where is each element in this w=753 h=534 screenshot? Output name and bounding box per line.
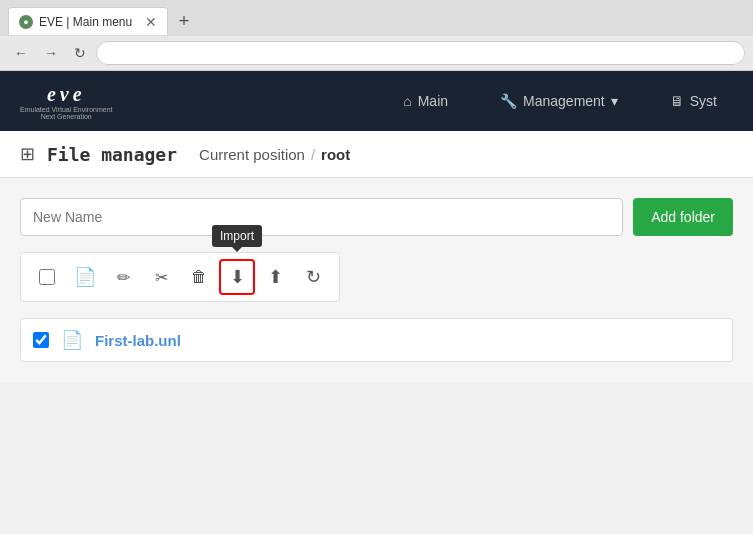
export-icon: ⬆: [268, 266, 283, 288]
new-file-button[interactable]: 📄: [67, 259, 103, 295]
app-navbar: eve Emulated Virtual Environment Next Ge…: [0, 71, 753, 131]
address-bar[interactable]: [96, 41, 745, 65]
cut-icon: ✂: [155, 268, 168, 287]
home-icon: ⌂: [403, 93, 411, 109]
wrench-icon: 🔧: [500, 93, 517, 109]
app-logo: eve Emulated Virtual Environment Next Ge…: [20, 83, 112, 120]
file-name-link[interactable]: First-lab.unl: [95, 332, 181, 349]
nav-system-link[interactable]: 🖥 Syst: [654, 85, 733, 117]
new-name-input[interactable]: [20, 198, 623, 236]
nav-system-label: Syst: [690, 93, 717, 109]
refresh-icon: ↻: [306, 266, 321, 288]
table-row: 📄 First-lab.unl: [21, 319, 732, 361]
delete-icon: 🗑: [191, 268, 207, 286]
nav-main-label: Main: [418, 93, 448, 109]
file-checkbox[interactable]: [33, 332, 49, 348]
active-tab[interactable]: ● EVE | Main menu ✕: [8, 7, 168, 35]
new-file-icon: 📄: [74, 266, 96, 288]
chevron-down-icon: ▾: [611, 93, 618, 109]
tab-title: EVE | Main menu: [39, 15, 132, 29]
select-all-checkbox-wrapper[interactable]: [29, 259, 65, 295]
content-area: Add folder 📄 ✏ ✂ 🗑 Import ⬇ ⬆ ↻: [0, 178, 753, 382]
breadcrumb-separator: /: [311, 146, 315, 163]
logo-full-text: Emulated Virtual Environment: [20, 106, 112, 113]
top-toolbar: Add folder: [20, 198, 733, 236]
browser-nav-bar: ← → ↻: [0, 36, 753, 70]
import-icon: ⬇: [230, 266, 245, 288]
tab-close-button[interactable]: ✕: [145, 14, 157, 30]
breadcrumb-label: Current position: [199, 146, 305, 163]
nav-management-label: Management: [523, 93, 605, 109]
file-manager-icon: ⊞: [20, 143, 35, 165]
new-tab-button[interactable]: +: [172, 9, 196, 33]
cut-button[interactable]: ✂: [143, 259, 179, 295]
icon-toolbar: 📄 ✏ ✂ 🗑 Import ⬇ ⬆ ↻: [20, 252, 340, 302]
browser-chrome: ● EVE | Main menu ✕ + ← → ↻: [0, 0, 753, 71]
breadcrumb-root: root: [321, 146, 350, 163]
file-type-icon: 📄: [61, 329, 83, 351]
nav-main-link[interactable]: ⌂ Main: [387, 85, 464, 117]
back-button[interactable]: ←: [8, 43, 34, 63]
edit-button[interactable]: ✏: [105, 259, 141, 295]
logo-eve-text: eve: [20, 83, 112, 106]
logo-ng-text: Next Generation: [20, 113, 112, 120]
delete-button[interactable]: 🗑: [181, 259, 217, 295]
refresh-button[interactable]: ↻: [68, 43, 92, 63]
edit-icon: ✏: [117, 268, 130, 287]
nav-management-dropdown[interactable]: 🔧 Management ▾: [484, 85, 634, 117]
tab-bar: ● EVE | Main menu ✕ +: [0, 0, 753, 36]
file-list: 📄 First-lab.unl: [20, 318, 733, 362]
page-header: ⊞ File manager Current position / root: [0, 131, 753, 178]
add-folder-button[interactable]: Add folder: [633, 198, 733, 236]
monitor-icon: 🖥: [670, 93, 684, 109]
select-all-checkbox[interactable]: [39, 269, 55, 285]
export-button[interactable]: ⬆: [257, 259, 293, 295]
page-title: File manager: [47, 144, 177, 165]
tab-favicon: ●: [19, 15, 33, 29]
import-button-wrapper: Import ⬇: [219, 259, 255, 295]
breadcrumb: Current position / root: [199, 146, 350, 163]
forward-button[interactable]: →: [38, 43, 64, 63]
refresh-button[interactable]: ↻: [295, 259, 331, 295]
import-button[interactable]: ⬇: [219, 259, 255, 295]
